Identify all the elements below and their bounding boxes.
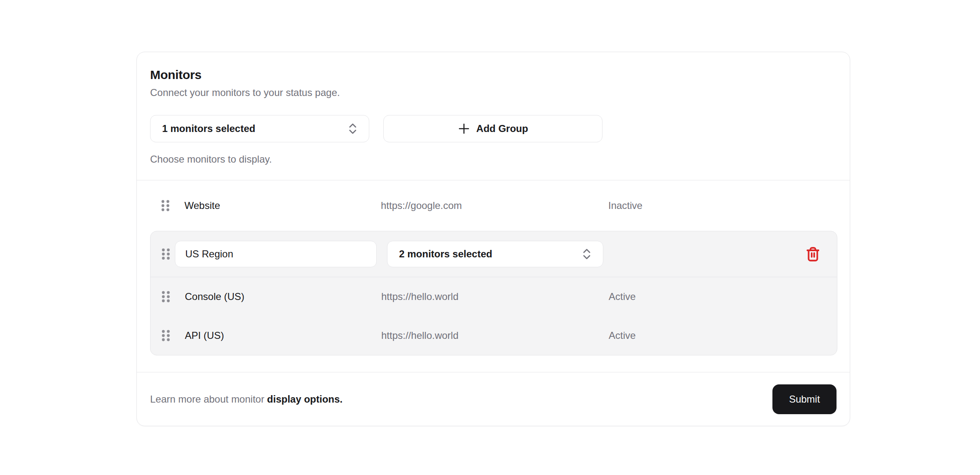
display-options-link[interactable]: display options [267,393,340,405]
controls-row: 1 monitors selected Add Group [150,115,837,142]
monitor-status: Inactive [608,200,837,211]
monitor-name: API (US) [185,330,381,341]
monitors-list: Website https://google.com Inactive 2 mo… [137,180,850,372]
monitor-row-website: Website https://google.com Inactive [137,180,850,231]
monitor-url: https://google.com [381,200,608,211]
monitor-status: Active [609,291,824,302]
add-group-button[interactable]: Add Group [383,115,602,142]
monitor-status: Active [609,330,824,341]
monitors-select-value: 1 monitors selected [162,123,255,134]
monitors-card: Monitors Connect your monitors to your s… [136,52,850,426]
monitor-url: https://hello.world [381,330,609,341]
page-title: Monitors [150,67,837,83]
chevrons-up-down-icon [581,247,592,261]
group-header: 2 monitors selected [151,231,837,277]
footer-note-prefix: Learn more about monitor [150,393,267,405]
group-monitors-select[interactable]: 2 monitors selected [387,241,603,267]
delete-group-button[interactable] [803,245,821,263]
trash-icon [806,247,819,261]
group-monitors-select-value: 2 monitors selected [399,248,492,260]
monitor-name: Console (US) [185,291,381,302]
drag-handle-icon[interactable] [160,329,171,343]
monitor-row-api-us: API (US) https://hello.world Active [151,316,837,355]
group-name-input[interactable] [175,241,377,267]
chevrons-up-down-icon [347,122,358,135]
submit-button[interactable]: Submit [772,384,837,414]
monitor-row-console-us: Console (US) https://hello.world Active [151,277,837,316]
monitors-select[interactable]: 1 monitors selected [150,115,369,142]
page-subtitle: Connect your monitors to your status pag… [150,86,837,99]
monitor-name: Website [184,200,381,211]
drag-handle-icon[interactable] [160,290,171,304]
drag-handle-icon[interactable] [160,247,171,261]
card-footer: Learn more about monitor display options… [137,372,850,426]
footer-note-suffix: . [340,393,343,405]
helper-text: Choose monitors to display. [150,153,837,166]
monitor-url: https://hello.world [381,291,609,302]
monitor-group: 2 monitors selected Console (US) h [150,231,837,355]
add-group-label: Add Group [476,123,528,134]
drag-handle-icon[interactable] [160,199,171,213]
plus-icon [458,122,470,135]
footer-note: Learn more about monitor display options… [150,393,343,405]
card-header: Monitors Connect your monitors to your s… [137,52,850,180]
